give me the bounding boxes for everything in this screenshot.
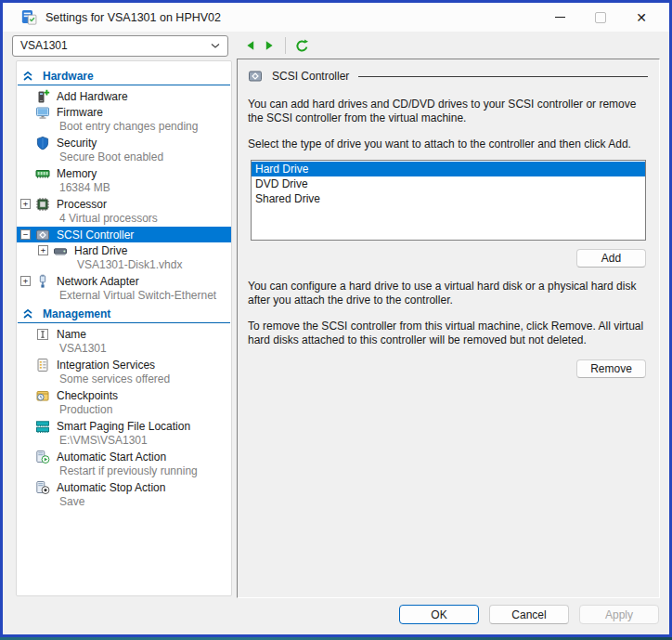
add-button-row: Add: [238, 249, 646, 268]
sidebar-item-automatic-stop-action[interactable]: Automatic Stop Action: [17, 479, 231, 495]
group-title: SCSI Controller: [272, 70, 349, 83]
sidebar-item-detail: Boot entry changes pending: [17, 120, 231, 135]
note-text-2: To remove the SCSI controller from this …: [248, 320, 646, 347]
sidebar-item-label: Hard Drive: [74, 244, 127, 257]
refresh-button[interactable]: [292, 36, 311, 55]
toolbar: VSA1301: [3, 32, 669, 59]
sidebar-item-label: Name: [57, 328, 86, 341]
sidebar-item-label: Memory: [57, 167, 97, 180]
group-header: SCSI Controller: [248, 67, 648, 85]
close-icon: ✕: [636, 11, 647, 24]
integration-services-icon: [35, 358, 50, 372]
main-panel: SCSI Controller You can add hard drives …: [237, 59, 660, 598]
group-rule: [358, 76, 648, 77]
sidebar-item-integration-services[interactable]: Integration Services: [17, 357, 231, 372]
expander-plus-icon[interactable]: +: [20, 276, 31, 286]
section-label: Management: [43, 307, 110, 320]
sidebar-item-hard-drive[interactable]: +Hard Drive: [17, 242, 231, 258]
add-button[interactable]: Add: [576, 249, 646, 268]
firmware-icon: [35, 105, 50, 120]
window-title: Settings for VSA1301 on HPHV02: [45, 11, 221, 24]
intro-text-2: Select the type of drive you want to att…: [248, 137, 646, 151]
sidebar-item-detail: E:\VMS\VSA1301: [17, 434, 231, 449]
sidebar-section-management[interactable]: Management: [18, 305, 230, 323]
navigate-forward-button[interactable]: [260, 36, 278, 55]
scsi-controller-icon: [248, 69, 263, 84]
minimize-button[interactable]: [539, 3, 580, 32]
expander-plus-icon[interactable]: +: [20, 199, 31, 209]
sidebar-item-detail: 16384 MB: [17, 181, 231, 196]
close-button[interactable]: ✕: [621, 3, 662, 32]
maximize-button[interactable]: [580, 3, 621, 32]
sidebar-section-hardware[interactable]: Hardware: [18, 67, 230, 85]
sidebar-item-label: Automatic Stop Action: [57, 481, 165, 494]
minimize-icon: [555, 17, 565, 18]
vm-selector-combobox[interactable]: VSA1301: [12, 35, 228, 57]
chevrons-up-icon: [22, 308, 33, 320]
titlebar: Settings for VSA1301 on HPHV02 ✕: [3, 3, 669, 32]
drive-type-listbox[interactable]: Hard DriveDVD DriveShared Drive: [251, 160, 646, 241]
memory-icon: [35, 166, 50, 181]
sidebar-item-label: SCSI Controller: [57, 229, 134, 242]
sidebar-item-smart-paging-file-location[interactable]: Smart Paging File Location: [17, 418, 231, 434]
drive-type-option-dvd-drive[interactable]: DVD Drive: [252, 176, 645, 191]
sidebar-item-detail: VSA1301: [17, 342, 231, 357]
footer: OK Cancel Apply: [3, 594, 669, 634]
sidebar-item-firmware[interactable]: Firmware: [17, 104, 231, 120]
sidebar-item-add-hardware[interactable]: Add Hardware: [17, 88, 231, 104]
processor-icon: [35, 197, 50, 212]
drive-type-option-hard-drive[interactable]: Hard Drive: [252, 162, 645, 176]
sidebar-item-network-adapter[interactable]: +Network Adapter: [17, 273, 231, 289]
expander-plus-icon[interactable]: +: [38, 245, 48, 255]
sidebar-item-detail: Some services offered: [17, 372, 231, 387]
sidebar-item-label: Firmware: [57, 106, 103, 119]
expander-minus-icon[interactable]: −: [20, 229, 31, 240]
sidebar-item-label: Smart Paging File Location: [57, 420, 190, 433]
back-arrow-icon: [245, 40, 256, 51]
sidebar-item-detail: External Virtual Switch-Ethernet: [17, 289, 231, 304]
sidebar-item-checkpoints[interactable]: Checkpoints: [17, 387, 231, 403]
sidebar-item-automatic-start-action[interactable]: Automatic Start Action: [17, 449, 231, 464]
chevrons-up-icon: [22, 71, 33, 82]
sidebar-item-security[interactable]: Security: [17, 135, 231, 150]
sidebar-item-detail: Restart if previously running: [17, 464, 231, 479]
smart-paging-icon: [35, 419, 50, 434]
refresh-icon: [295, 39, 309, 53]
sidebar-item-label: Network Adapter: [57, 275, 139, 288]
sidebar-item-label: Checkpoints: [57, 389, 118, 402]
sidebar-item-processor[interactable]: +Processor: [17, 196, 231, 212]
ok-button[interactable]: OK: [399, 605, 479, 624]
sidebar-item-detail: Save: [17, 495, 231, 510]
security-icon: [35, 136, 50, 150]
add-hardware-icon: [35, 89, 50, 104]
maximize-icon: [595, 12, 606, 23]
remove-button[interactable]: Remove: [576, 359, 646, 378]
sidebar-item-label: Security: [57, 137, 97, 150]
section-label: Hardware: [43, 70, 94, 83]
sidebar-item-label: Integration Services: [57, 359, 155, 372]
apply-button[interactable]: Apply: [579, 605, 659, 624]
chevron-down-icon: [211, 43, 220, 49]
sidebar: HardwareAdd HardwareFirmwareBoot entry c…: [16, 60, 232, 596]
sidebar-item-scsi-controller[interactable]: −SCSI Controller: [17, 227, 231, 242]
navigate-back-button[interactable]: [241, 36, 260, 55]
toolbar-separator: [285, 37, 286, 54]
settings-window: Settings for VSA1301 on HPHV02 ✕ VSA1301: [0, 0, 672, 637]
note-text-1: You can configure a hard drive to use a …: [248, 280, 646, 307]
sidebar-item-detail: Secure Boot enabled: [17, 150, 231, 165]
sidebar-item-label: Automatic Start Action: [57, 451, 166, 464]
nav-group: [241, 36, 311, 55]
sidebar-item-name[interactable]: Name: [17, 326, 231, 342]
sidebar-item-detail: Production: [17, 403, 231, 418]
cancel-button[interactable]: Cancel: [489, 605, 569, 624]
sidebar-item-detail: 4 Virtual processors: [17, 212, 231, 227]
scsi-controller-icon: [35, 228, 50, 242]
network-adapter-icon: [35, 274, 50, 289]
hard-drive-icon: [53, 243, 68, 258]
intro-text-1: You can add hard drives and CD/DVD drive…: [248, 98, 646, 125]
window-controls: ✕: [539, 3, 662, 32]
sidebar-item-label: Processor: [57, 198, 107, 211]
sidebar-item-memory[interactable]: Memory: [17, 165, 231, 181]
drive-type-option-shared-drive[interactable]: Shared Drive: [252, 191, 645, 206]
forward-arrow-icon: [264, 40, 275, 51]
